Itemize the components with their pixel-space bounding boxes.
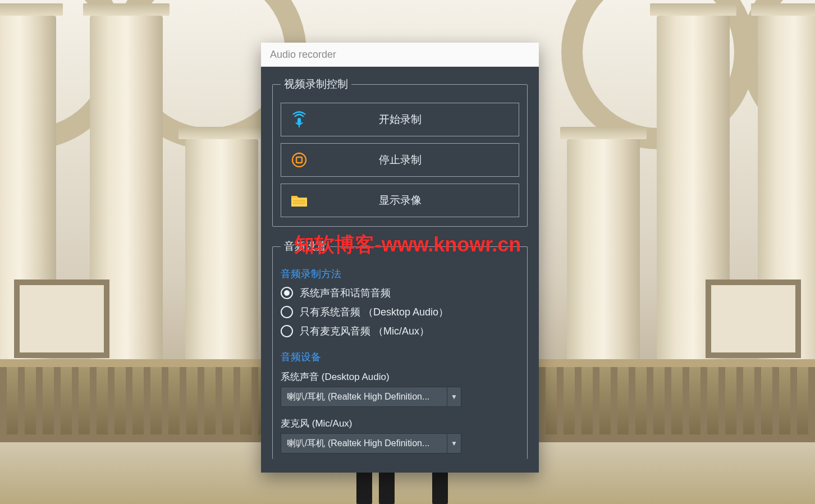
- video-control-group: 视频录制控制 开始录制: [272, 77, 528, 227]
- window-body: 视频录制控制 开始录制: [261, 67, 539, 473]
- desktop-audio-select[interactable]: 喇叭/耳机 (Realtek High Definition... ▼: [281, 387, 461, 407]
- show-recordings-label: 显示录像: [317, 193, 519, 208]
- audio-method-option-mic[interactable]: 只有麦克风音频 （Mic/Aux）: [281, 324, 519, 338]
- audio-method-title: 音频录制方法: [281, 267, 519, 281]
- audio-method-label: 系统声音和话筒音频: [300, 286, 391, 300]
- chevron-down-icon: ▼: [447, 434, 461, 453]
- audio-method-option-desktop[interactable]: 只有系统音频 （Desktop Audio）: [281, 305, 519, 319]
- stop-recording-label: 停止录制: [317, 153, 519, 167]
- svg-rect-0: [297, 118, 301, 124]
- start-recording-button[interactable]: 开始录制: [281, 103, 519, 136]
- stop-recording-button[interactable]: 停止录制: [281, 143, 519, 177]
- mic-audio-value: 喇叭/耳机 (Realtek High Definition...: [281, 438, 447, 450]
- audio-method-label: 只有麦克风音频 （Mic/Aux）: [300, 324, 429, 338]
- radio-icon: [281, 325, 293, 337]
- start-recording-label: 开始录制: [317, 112, 519, 127]
- audio-settings-legend: 音频设置: [281, 239, 330, 254]
- stop-icon: [281, 152, 317, 168]
- window-titlebar[interactable]: Audio recorder: [261, 43, 539, 67]
- audio-recorder-window: Audio recorder 视频录制控制 开始录制: [261, 43, 539, 473]
- desktop-audio-label: 系统声音 (Desktop Audio): [281, 370, 519, 383]
- svg-point-2: [292, 153, 306, 167]
- audio-settings-group: 音频设置 音频录制方法 系统声音和话筒音频 只有系统音频 （Desktop Au…: [272, 239, 528, 459]
- audio-method-label: 只有系统音频 （Desktop Audio）: [300, 305, 448, 319]
- mic-audio-label: 麦克风 (Mic/Aux): [281, 417, 519, 430]
- microphone-wifi-icon: [281, 111, 317, 128]
- svg-rect-3: [296, 157, 302, 163]
- radio-icon: [281, 287, 293, 299]
- audio-method-option-both[interactable]: 系统声音和话筒音频: [281, 286, 519, 300]
- desktop-audio-value: 喇叭/耳机 (Realtek High Definition...: [281, 391, 447, 403]
- show-recordings-button[interactable]: 显示录像: [281, 184, 519, 217]
- audio-device-title: 音频设备: [281, 350, 519, 364]
- window-title: Audio recorder: [270, 49, 336, 61]
- mic-audio-select[interactable]: 喇叭/耳机 (Realtek High Definition... ▼: [281, 433, 461, 453]
- chevron-down-icon: ▼: [447, 387, 461, 406]
- radio-icon: [281, 306, 293, 318]
- video-control-legend: 视频录制控制: [281, 77, 351, 91]
- folder-icon: [281, 193, 317, 208]
